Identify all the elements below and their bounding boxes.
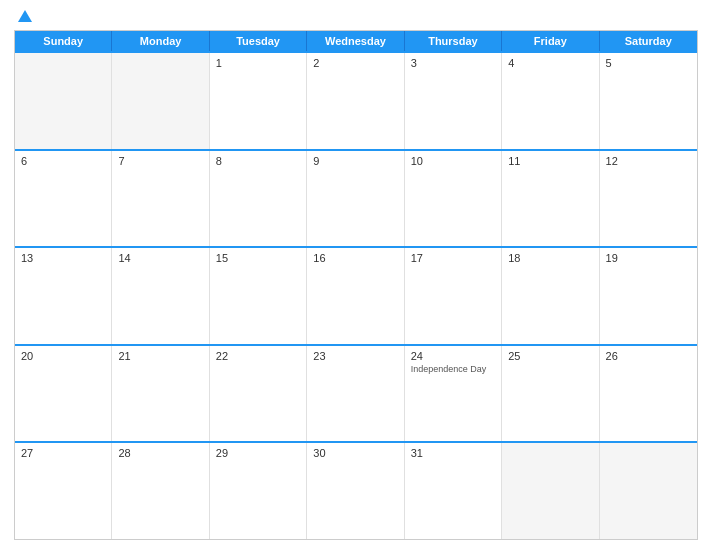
day-cell: 22 xyxy=(210,346,307,442)
day-number: 10 xyxy=(411,155,495,167)
day-number: 27 xyxy=(21,447,105,459)
day-number: 14 xyxy=(118,252,202,264)
day-number: 24 xyxy=(411,350,495,362)
day-cell: 2 xyxy=(307,53,404,149)
day-cell: 1 xyxy=(210,53,307,149)
calendar-grid: SundayMondayTuesdayWednesdayThursdayFrid… xyxy=(14,30,698,540)
day-cell: 10 xyxy=(405,151,502,247)
day-number: 15 xyxy=(216,252,300,264)
day-header-monday: Monday xyxy=(112,31,209,51)
day-number: 4 xyxy=(508,57,592,69)
weeks-container: 123456789101112131415161718192021222324I… xyxy=(15,51,697,539)
day-number: 19 xyxy=(606,252,691,264)
day-cell: 11 xyxy=(502,151,599,247)
day-number: 18 xyxy=(508,252,592,264)
day-cell: 19 xyxy=(600,248,697,344)
week-row-3: 13141516171819 xyxy=(15,246,697,344)
day-number: 29 xyxy=(216,447,300,459)
day-number: 5 xyxy=(606,57,691,69)
day-cell: 16 xyxy=(307,248,404,344)
day-headers-row: SundayMondayTuesdayWednesdayThursdayFrid… xyxy=(15,31,697,51)
day-header-friday: Friday xyxy=(502,31,599,51)
day-number: 13 xyxy=(21,252,105,264)
day-cell: 4 xyxy=(502,53,599,149)
day-cell: 18 xyxy=(502,248,599,344)
day-number: 22 xyxy=(216,350,300,362)
calendar-page: SundayMondayTuesdayWednesdayThursdayFrid… xyxy=(0,0,712,550)
day-cell: 14 xyxy=(112,248,209,344)
day-cell: 3 xyxy=(405,53,502,149)
day-number: 20 xyxy=(21,350,105,362)
logo-triangle-icon xyxy=(18,10,32,22)
week-row-1: 12345 xyxy=(15,51,697,149)
day-number: 3 xyxy=(411,57,495,69)
day-cell: 29 xyxy=(210,443,307,539)
logo xyxy=(16,10,32,24)
week-row-2: 6789101112 xyxy=(15,149,697,247)
day-number: 11 xyxy=(508,155,592,167)
day-number: 2 xyxy=(313,57,397,69)
day-cell xyxy=(502,443,599,539)
day-number: 28 xyxy=(118,447,202,459)
day-cell: 13 xyxy=(15,248,112,344)
day-cell xyxy=(15,53,112,149)
day-number: 9 xyxy=(313,155,397,167)
day-number: 17 xyxy=(411,252,495,264)
day-cell: 17 xyxy=(405,248,502,344)
day-cell xyxy=(600,443,697,539)
day-cell: 26 xyxy=(600,346,697,442)
day-number: 26 xyxy=(606,350,691,362)
day-header-wednesday: Wednesday xyxy=(307,31,404,51)
day-header-saturday: Saturday xyxy=(600,31,697,51)
day-cell: 21 xyxy=(112,346,209,442)
day-cell: 24Independence Day xyxy=(405,346,502,442)
day-number: 8 xyxy=(216,155,300,167)
day-number: 12 xyxy=(606,155,691,167)
day-cell: 5 xyxy=(600,53,697,149)
day-number: 16 xyxy=(313,252,397,264)
day-cell: 25 xyxy=(502,346,599,442)
day-cell: 7 xyxy=(112,151,209,247)
day-cell: 27 xyxy=(15,443,112,539)
day-header-thursday: Thursday xyxy=(405,31,502,51)
day-cell: 31 xyxy=(405,443,502,539)
day-header-sunday: Sunday xyxy=(15,31,112,51)
week-row-4: 2021222324Independence Day2526 xyxy=(15,344,697,442)
day-cell: 12 xyxy=(600,151,697,247)
holiday-name: Independence Day xyxy=(411,364,495,375)
day-cell: 6 xyxy=(15,151,112,247)
day-number: 7 xyxy=(118,155,202,167)
day-number: 25 xyxy=(508,350,592,362)
day-number: 31 xyxy=(411,447,495,459)
week-row-5: 2728293031 xyxy=(15,441,697,539)
day-number: 6 xyxy=(21,155,105,167)
day-number: 30 xyxy=(313,447,397,459)
day-cell: 8 xyxy=(210,151,307,247)
day-number: 1 xyxy=(216,57,300,69)
header xyxy=(14,10,698,24)
day-cell: 20 xyxy=(15,346,112,442)
day-cell: 30 xyxy=(307,443,404,539)
day-header-tuesday: Tuesday xyxy=(210,31,307,51)
day-cell: 15 xyxy=(210,248,307,344)
day-cell: 23 xyxy=(307,346,404,442)
day-cell xyxy=(112,53,209,149)
day-cell: 28 xyxy=(112,443,209,539)
day-number: 23 xyxy=(313,350,397,362)
day-cell: 9 xyxy=(307,151,404,247)
day-number: 21 xyxy=(118,350,202,362)
